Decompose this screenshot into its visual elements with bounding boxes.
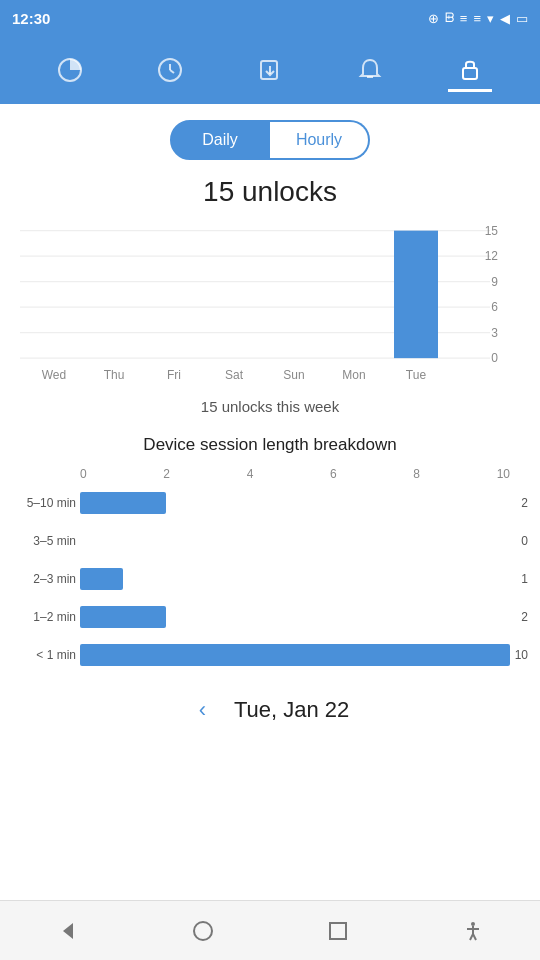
session-track-12: 2: [80, 606, 510, 628]
import-export-nav-icon[interactable]: [248, 48, 292, 92]
svg-rect-7: [463, 68, 477, 79]
status-icon-bitcoin: ᗸ: [445, 10, 454, 26]
session-label-12: 1–2 min: [16, 610, 76, 624]
date-back-arrow[interactable]: ‹: [191, 693, 214, 727]
wifi-icon: ▾: [487, 11, 494, 26]
session-label-lt1: < 1 min: [16, 648, 76, 662]
svg-text:6: 6: [491, 300, 498, 314]
unlocks-week-label: 15 unlocks this week: [20, 398, 520, 415]
svg-marker-27: [63, 923, 73, 939]
home-button[interactable]: [178, 906, 228, 956]
session-value-12: 2: [521, 610, 528, 624]
h-axis-6: 6: [330, 467, 337, 481]
session-fill-23: [80, 568, 123, 590]
svg-text:9: 9: [491, 275, 498, 289]
svg-text:15: 15: [485, 224, 498, 238]
svg-text:12: 12: [485, 249, 498, 263]
session-row-23: 2–3 min 1: [80, 561, 510, 597]
svg-text:0: 0: [491, 351, 498, 365]
status-icon-1: ⊕: [428, 11, 439, 26]
session-fill-lt1: [80, 644, 510, 666]
svg-line-3: [170, 70, 174, 73]
clock-nav-icon[interactable]: [148, 48, 192, 92]
h-axis-0: 0: [80, 467, 87, 481]
session-track-35: 0: [80, 530, 510, 552]
session-label-35: 3–5 min: [16, 534, 76, 548]
svg-text:Thu: Thu: [104, 368, 125, 382]
daily-toggle-button[interactable]: Daily: [170, 120, 270, 160]
session-label-23: 2–3 min: [16, 572, 76, 586]
date-nav-label: Tue, Jan 22: [234, 697, 349, 723]
recents-button[interactable]: [313, 906, 363, 956]
svg-text:Sun: Sun: [283, 368, 304, 382]
svg-text:Sat: Sat: [225, 368, 244, 382]
session-track-23: 1: [80, 568, 510, 590]
svg-point-28: [194, 922, 212, 940]
session-row-12: 1–2 min 2: [80, 599, 510, 635]
h-axis-8: 8: [413, 467, 420, 481]
svg-text:Mon: Mon: [342, 368, 365, 382]
h-axis-4: 4: [247, 467, 254, 481]
session-value-23: 1: [521, 572, 528, 586]
main-content: Daily Hourly 15 unlocks 15 12 9 6 3 0: [0, 104, 540, 753]
bar-tue: [394, 231, 438, 359]
signal-icon: ◀: [500, 11, 510, 26]
lock-nav-icon[interactable]: [448, 48, 492, 92]
session-fill-510: [80, 492, 166, 514]
status-bar: 12:30 ⊕ ᗸ ≡ ≡ ▾ ◀ ▭: [0, 0, 540, 36]
session-row-lt1: < 1 min 10: [80, 637, 510, 673]
horiz-chart-container: 0 2 4 6 8 10 5–10 min 2 3–5 min 0 2–3: [20, 467, 520, 673]
svg-text:3: 3: [491, 326, 498, 340]
bar-chart-svg: 15 12 9 6 3 0 Wed Thu Fri Sat Sun Mon Tu…: [20, 220, 520, 390]
toggle-container: Daily Hourly: [20, 120, 520, 160]
session-row-510: 5–10 min 2: [80, 485, 510, 521]
svg-rect-29: [330, 923, 346, 939]
bottom-nav: [0, 900, 540, 960]
status-icon-lines1: ≡: [460, 11, 468, 26]
h-axis-labels: 0 2 4 6 8 10: [80, 467, 510, 481]
session-fill-12: [80, 606, 166, 628]
session-breakdown-title: Device session length breakdown: [20, 435, 520, 455]
session-label-510: 5–10 min: [16, 496, 76, 510]
status-icon-lines2: ≡: [473, 11, 481, 26]
session-value-510: 2: [521, 496, 528, 510]
svg-point-30: [471, 922, 475, 926]
hourly-toggle-button[interactable]: Hourly: [270, 120, 370, 160]
status-time: 12:30: [12, 10, 50, 27]
h-axis-2: 2: [163, 467, 170, 481]
bell-nav-icon[interactable]: [348, 48, 392, 92]
bar-chart: 15 12 9 6 3 0 Wed Thu Fri Sat Sun Mon Tu…: [20, 220, 520, 390]
date-nav: ‹ Tue, Jan 22: [20, 675, 520, 737]
svg-text:Tue: Tue: [406, 368, 426, 382]
back-button[interactable]: [43, 906, 93, 956]
battery-icon: ▭: [516, 11, 528, 26]
accessibility-button[interactable]: [448, 906, 498, 956]
session-track-lt1: 10: [80, 644, 510, 666]
session-value-lt1: 10: [515, 648, 528, 662]
pie-chart-nav-icon[interactable]: [48, 48, 92, 92]
svg-text:Fri: Fri: [167, 368, 181, 382]
status-icons: ⊕ ᗸ ≡ ≡ ▾ ◀ ▭: [428, 10, 528, 26]
session-value-35: 0: [521, 534, 528, 548]
session-track-510: 2: [80, 492, 510, 514]
svg-text:Wed: Wed: [42, 368, 67, 382]
session-row-35: 3–5 min 0: [80, 523, 510, 559]
unlock-count-label: 15 unlocks: [20, 176, 520, 208]
top-nav: [0, 36, 540, 104]
h-axis-10: 10: [497, 467, 510, 481]
svg-line-34: [473, 934, 476, 940]
